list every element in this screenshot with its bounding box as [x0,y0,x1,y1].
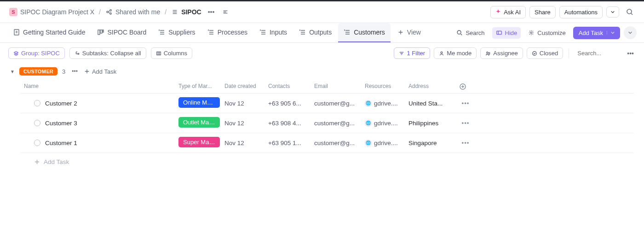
column-header-resources[interactable]: Resources [363,83,407,90]
closed-pill[interactable]: Closed [527,47,563,59]
globe-icon: 🌐 [365,120,372,127]
chevron-down-icon [628,30,632,35]
columns-pill[interactable]: Columns [151,47,192,59]
column-header-type[interactable]: Type of Mar... [177,83,223,90]
svg-point-2 [110,13,112,15]
breadcrumb-current-label: SIPOC [181,8,201,16]
plus-icon [397,29,404,36]
add-task-button[interactable]: Add Task [573,27,620,39]
date-cell[interactable]: Nov 12 [223,100,266,107]
breadcrumb-project[interactable]: S SIPOC Diagram Project X [7,6,96,18]
date-cell[interactable]: Nov 12 [223,140,266,146]
tab-label: Outputs [309,29,332,36]
row-more-icon[interactable]: ••• [461,140,469,146]
more-menu-button[interactable] [624,26,637,39]
customize-button[interactable]: Customize [524,27,569,39]
assignee-pill[interactable]: Assignee [480,47,523,59]
date-cell[interactable]: Nov 12 [223,120,266,127]
tab-suppliers[interactable]: Suppliers [153,23,201,42]
automations-button[interactable]: Automations [559,6,603,18]
ask-ai-button[interactable]: Ask AI [490,6,526,18]
group-more-icon[interactable]: ••• [70,67,80,76]
person-icon [439,51,444,56]
column-header-email[interactable]: Email [312,83,363,90]
tab-sipoc-board[interactable]: SIPOC Board [92,23,152,42]
board-icon [97,29,104,36]
svg-point-16 [533,51,537,55]
column-header-date[interactable]: Date created [223,83,266,90]
svg-rect-9 [496,31,501,35]
share-button[interactable]: Share [529,6,556,18]
filter-pill[interactable]: 1 Filter [394,47,430,59]
email-cell[interactable]: customer@g... [312,100,363,107]
view-search-button[interactable]: Search [453,27,488,39]
tab-outputs[interactable]: Outputs [293,23,337,42]
tab-getting-started[interactable]: Getting Started Guide [7,23,91,42]
resources-cell[interactable]: 🌐gdrive.... [363,120,407,127]
type-tag[interactable]: Outlet Mar... [178,117,220,128]
add-view-button[interactable]: View [391,23,426,42]
hide-button[interactable]: Hide [492,27,521,39]
task-name: Customer 3 [45,120,77,127]
type-tag[interactable]: Super Mar... [178,137,220,147]
email-cell[interactable]: customer@g... [312,120,363,127]
contacts-cell[interactable]: +63 905 6... [266,100,312,107]
svg-point-14 [487,52,488,53]
contacts-cell[interactable]: +63 905 1... [266,140,312,146]
expand-icon[interactable] [222,8,229,16]
breadcrumb-current[interactable]: SIPOC [169,7,203,17]
column-header-address[interactable]: Address [407,83,457,90]
me-mode-pill[interactable]: Me mode [434,47,477,59]
tab-customers[interactable]: Customers [338,23,391,42]
group-pill-label: Group: SIPOC [21,50,60,57]
group-badge[interactable]: CUSTOMER [19,67,58,76]
svg-point-15 [489,52,490,53]
address-cell[interactable]: Singapore [407,140,457,146]
resources-cell[interactable]: 🌐gdrive.... [363,100,407,107]
row-more-icon[interactable]: ••• [461,120,469,127]
svg-point-3 [627,9,632,14]
hide-icon [496,29,502,36]
breadcrumb-more-icon[interactable]: ••• [206,7,217,17]
email-cell[interactable]: customer@g... [312,140,363,146]
svg-point-1 [110,10,112,12]
breadcrumb-shared-label: Shared with me [115,8,160,16]
tab-label: Processes [218,29,247,36]
svg-rect-6 [100,30,102,33]
search-input[interactable] [577,50,619,57]
type-tag[interactable]: Online Ma... [178,97,220,108]
automations-chevron-button[interactable] [606,6,619,18]
filter-icon [399,51,404,56]
status-circle-icon[interactable] [34,100,40,106]
breadcrumb-separator: / [99,8,101,16]
group-pill[interactable]: Group: SIPOC [8,47,65,59]
address-cell[interactable]: United Sta... [407,100,457,107]
table-row[interactable]: Customer 3 Outlet Mar... Nov 12 +63 908 … [20,113,634,133]
table-row[interactable]: Customer 1 Super Mar... Nov 12 +63 905 1… [20,133,634,153]
resources-cell[interactable]: 🌐gdrive.... [363,140,407,146]
subtasks-pill[interactable]: Subtasks: Collapse all [69,47,146,59]
chevron-down-icon [610,10,615,14]
add-column-button[interactable] [459,83,466,90]
address-cell[interactable]: Philippines [407,120,457,127]
tab-processes[interactable]: Processes [202,23,253,42]
tab-inputs[interactable]: Inputs [254,23,293,42]
search-icon [456,29,463,36]
global-search-button[interactable] [623,5,637,19]
column-header-contacts[interactable]: Contacts [266,83,312,90]
status-circle-icon[interactable] [34,120,40,126]
group-add-task-button[interactable]: Add Task [84,68,116,75]
svg-point-8 [458,30,461,34]
row-more-icon[interactable]: ••• [461,100,469,107]
column-header-name[interactable]: Name [20,83,177,90]
filter-more-icon[interactable]: ••• [625,49,636,58]
breadcrumb: S SIPOC Diagram Project X / Shared with … [7,6,229,18]
breadcrumb-shared[interactable]: Shared with me [104,7,162,17]
contacts-cell[interactable]: +63 908 4... [266,120,312,127]
table-row[interactable]: Customer 2 Online Ma... Nov 12 +63 905 6… [20,94,634,113]
status-circle-icon[interactable] [34,140,40,146]
svg-point-11 [78,53,79,54]
project-icon: S [9,8,17,16]
collapse-arrow-icon[interactable]: ▼ [10,69,15,74]
add-task-row[interactable]: Add Task [20,153,634,171]
